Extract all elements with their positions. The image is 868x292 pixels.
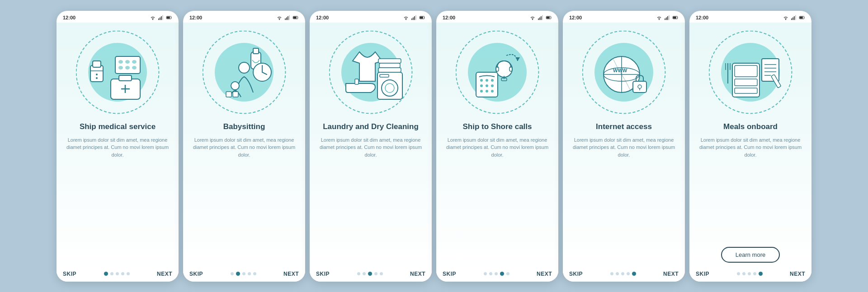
wifi-icon-4 [529,14,536,21]
laundry-icon [335,36,407,108]
dots-2 [231,272,256,276]
svg-rect-97 [800,16,803,19]
dot-2-3 [248,272,251,275]
svg-rect-29 [293,16,297,19]
svg-rect-80 [669,15,670,20]
svg-rect-79 [667,16,668,20]
next-button-2[interactable]: NEXT [283,271,299,277]
babysitting-icon [208,36,280,108]
svg-rect-95 [795,15,796,20]
svg-rect-82 [673,16,676,19]
icon-area-babysitting [199,27,289,117]
svg-point-35 [239,62,250,73]
dots-5 [610,272,636,276]
skip-button-6[interactable]: SKIP [696,271,709,277]
svg-rect-52 [379,63,400,68]
next-button-3[interactable]: NEXT [410,271,425,277]
svg-rect-94 [794,16,795,20]
svg-rect-27 [289,15,290,20]
svg-rect-38 [233,92,238,97]
screens-container: 12:00 [47,2,821,291]
status-bar-3: 12:00 [310,11,432,23]
status-bar-4: 12:00 [436,11,558,23]
svg-rect-60 [547,16,550,19]
svg-rect-45 [420,16,423,19]
bottom-nav-2: SKIP NEXT [183,266,305,282]
svg-point-0 [152,19,153,19]
svg-rect-26 [288,16,288,20]
wifi-icon-6 [783,14,789,21]
screen-content-4: Ship to Shore calls Lorem ipsum dolor si… [436,23,558,266]
signal-icon-2 [284,14,291,21]
next-button-4[interactable]: NEXT [537,271,552,277]
dot-3-1 [363,272,366,275]
svg-rect-41 [413,17,414,20]
signal-icon-4 [538,14,544,21]
svg-point-14 [125,60,130,64]
learn-more-button[interactable]: Learn more [721,247,780,263]
screen-title-6: Meals onboard [723,122,778,132]
wifi-icon-2 [276,14,283,21]
bottom-nav-6: SKIP NEXT [689,266,811,282]
svg-marker-75 [515,57,520,61]
svg-rect-37 [226,92,231,97]
dot-4-1 [489,272,492,275]
screen-content-3: Laundry and Dry Cleaning Lorem ipsum dol… [310,23,432,266]
svg-rect-43 [415,15,416,20]
svg-rect-2 [160,17,160,20]
svg-rect-4 [162,15,163,20]
svg-rect-88 [633,81,646,93]
svg-point-91 [785,19,786,19]
dot-2-1 [236,272,240,276]
dots-3 [357,272,383,276]
skip-button-4[interactable]: SKIP [443,271,456,277]
svg-rect-57 [541,16,542,20]
icon-area-internet: WWW [579,27,669,117]
signal-icon-5 [664,14,670,21]
skip-button-5[interactable]: SKIP [569,271,583,277]
dot-1-0 [104,272,108,276]
battery-icon-6 [799,14,805,21]
screen-content-2: Babysitting Lorem ipsum dolor sit dim am… [183,23,305,266]
bottom-nav-1: SKIP NEXT [57,266,179,282]
svg-rect-24 [285,18,286,20]
dot-6-0 [737,272,740,275]
skip-button-3[interactable]: SKIP [316,271,330,277]
screen-content-6: Meals onboard Lorem ipsum dolor sit dim … [689,23,811,266]
text-area-6: Meals onboard Lorem ipsum dolor sit dim … [697,122,804,266]
screen-body-5: Lorem ipsum dolor sit dim amet, mea regi… [570,136,678,266]
svg-rect-53 [378,68,401,72]
svg-point-72 [480,90,483,93]
battery-icon-3 [419,14,425,21]
svg-point-66 [480,79,483,82]
next-button-1[interactable]: NEXT [157,271,172,277]
svg-rect-40 [411,18,412,20]
phone-screen-4: 12:00 [436,11,558,282]
bottom-nav-4: SKIP NEXT [436,266,558,282]
next-button-5[interactable]: NEXT [663,271,679,277]
svg-rect-31 [253,48,259,54]
svg-point-54 [532,19,533,19]
svg-rect-56 [539,17,540,20]
medical-icon [81,36,154,108]
status-bar: 12:00 [57,11,179,23]
internet-icon: WWW [588,36,660,108]
skip-button-2[interactable]: SKIP [189,271,203,277]
battery-icon-2 [292,14,299,21]
dot-3-3 [374,272,377,275]
battery-icon-4 [546,14,552,21]
signal-icon [158,14,164,21]
dot-5-1 [616,272,619,275]
svg-point-70 [486,84,488,87]
battery-icon-5 [672,14,679,21]
dot-1-1 [110,272,113,275]
dot-5-2 [621,272,624,275]
phone-screen-2: 12:00 [183,11,305,282]
dot-1-2 [116,272,119,275]
dot-5-3 [627,272,630,275]
wifi-icon-5 [656,14,662,21]
svg-point-15 [132,60,137,64]
next-button-6[interactable]: NEXT [790,271,805,277]
svg-point-17 [125,66,130,70]
skip-button-1[interactable]: SKIP [63,271,76,277]
